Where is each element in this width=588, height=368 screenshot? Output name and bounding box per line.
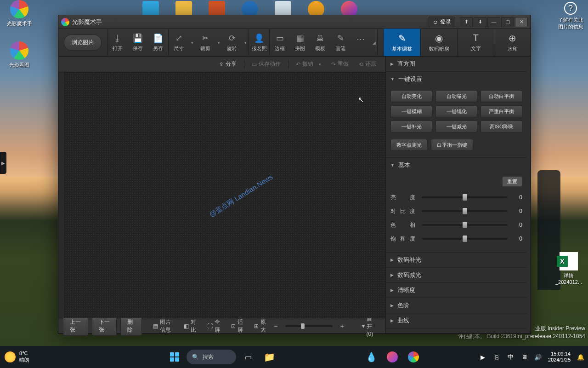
- desktop-icon-excel[interactable]: 详情_2024012...: [551, 252, 586, 285]
- firefox-button[interactable]: [383, 348, 401, 366]
- save-action-button[interactable]: ▭保存动作: [247, 58, 285, 70]
- save-as-button[interactable]: 📄另存: [148, 33, 168, 52]
- tab-text[interactable]: T文字: [457, 29, 494, 56]
- slider-thumb[interactable]: [463, 208, 467, 214]
- more-dropdown[interactable]: ◢: [371, 40, 377, 45]
- crop-dropdown[interactable]: ▾: [215, 40, 222, 45]
- chevron-down-icon[interactable]: ▾: [319, 62, 321, 67]
- explorer-button[interactable]: 📁: [260, 348, 278, 366]
- section-clarity[interactable]: ▶清晰度: [386, 283, 527, 298]
- rotate-button[interactable]: ⟳旋转: [222, 33, 242, 52]
- crop-button[interactable]: ✂裁剪: [195, 33, 215, 52]
- share-button[interactable]: ⇪分享: [215, 58, 241, 70]
- desktop-icon-neo-viewer[interactable]: 光影看图: [2, 41, 37, 69]
- resize-dropdown[interactable]: ▾: [189, 40, 195, 45]
- save-button[interactable]: 💾保存: [128, 33, 148, 52]
- browse-button[interactable]: 浏览图片: [64, 34, 102, 51]
- left-expand-handle[interactable]: ▶: [0, 152, 6, 174]
- collapse-up-button[interactable]: ⬆: [460, 17, 473, 27]
- redo-button[interactable]: ↷重做: [327, 58, 353, 70]
- section-basic[interactable]: ▼基本: [386, 158, 527, 172]
- quick-sharpen-button[interactable]: 一键锐化: [435, 105, 477, 117]
- quick-blur-button[interactable]: 一键模糊: [390, 105, 432, 117]
- fit-button[interactable]: ⊡适屏: [227, 318, 247, 334]
- slider-thumb[interactable]: [463, 222, 467, 228]
- search-input[interactable]: 🔍搜索: [187, 350, 236, 364]
- template-button[interactable]: 🖶模板: [310, 34, 330, 52]
- canvas[interactable]: @蓝点网 Landian.News ↖: [65, 72, 385, 318]
- zoom-thumb[interactable]: [301, 323, 305, 329]
- app-shortcut[interactable]: 💧: [362, 348, 380, 366]
- tab-darkroom[interactable]: ◉数码暗房: [420, 29, 457, 56]
- saturation-slider[interactable]: 饱和度 0: [390, 232, 522, 246]
- task-view-button[interactable]: ▭: [239, 348, 257, 366]
- image-info-panel[interactable]: ? 了解有关此 图片的信息: [556, 2, 585, 30]
- slider-thumb[interactable]: [463, 194, 467, 201]
- clock[interactable]: 15:09:14 2024/1/25: [548, 351, 571, 363]
- auto-beautify-button[interactable]: 自动美化: [390, 90, 432, 102]
- start-button[interactable]: [165, 348, 184, 366]
- icon-label: 详情_2024012...: [551, 272, 586, 285]
- zoom-slider[interactable]: [285, 325, 333, 327]
- volume-icon[interactable]: 🔊: [534, 353, 542, 361]
- section-digital-dim[interactable]: ▶数码减光: [386, 268, 527, 282]
- tab-basic-adjust[interactable]: ✎基本调整: [384, 29, 420, 56]
- quick-fill-button[interactable]: 一键补光: [390, 121, 432, 132]
- chevron-right-icon: ▶: [390, 258, 394, 262]
- wb-onekey-button[interactable]: 白平衡一指键: [431, 139, 473, 151]
- point-meter-button[interactable]: 数字点测光: [390, 139, 428, 151]
- expand-panel-button[interactable]: ▾展开(0): [358, 315, 381, 337]
- auto-exposure-button[interactable]: 自动曝光: [435, 90, 477, 102]
- rotate-dropdown[interactable]: ▾: [242, 40, 249, 45]
- next-button[interactable]: 下一张: [92, 316, 117, 336]
- border-button[interactable]: ▭边框: [270, 33, 290, 52]
- collage-button[interactable]: ▦拼图: [290, 33, 310, 52]
- prev-button[interactable]: 上一张: [63, 316, 88, 336]
- usb-icon[interactable]: ⎘: [493, 353, 500, 361]
- minimize-button[interactable]: —: [487, 17, 500, 27]
- tab-watermark[interactable]: ⊕水印: [494, 29, 531, 56]
- contrast-slider[interactable]: 对比度 0: [390, 204, 522, 218]
- weather-widget[interactable]: 8℃ 晴朗: [5, 351, 29, 363]
- section-digital-fill[interactable]: ▶数码补光: [386, 253, 527, 267]
- notifications-icon[interactable]: 🔔: [577, 353, 584, 361]
- section-quick[interactable]: ▼一键设置: [386, 72, 527, 86]
- ime-indicator[interactable]: 中: [507, 353, 514, 361]
- brightness-slider[interactable]: 亮度 0: [390, 190, 522, 204]
- section-levels[interactable]: ▶色阶: [386, 298, 527, 313]
- neo-app-button[interactable]: [404, 348, 423, 366]
- section-histogram[interactable]: ▶直方图: [386, 57, 527, 71]
- undo-button[interactable]: ↶撤销▾: [291, 58, 326, 70]
- resize-button[interactable]: ⤢尺寸: [169, 33, 189, 52]
- image-info-button[interactable]: ▤图片信息: [149, 318, 176, 334]
- taskview-icon: ▭: [245, 353, 252, 362]
- compare-button[interactable]: ◧对比: [180, 318, 200, 334]
- titlebar[interactable]: 光影魔术手 ☺ 登录 ⬆ ⬇ — ▢ ✕: [58, 15, 531, 29]
- quick-dim-button[interactable]: 一键减光: [435, 121, 477, 132]
- original-button[interactable]: ⊞原大: [250, 318, 270, 334]
- heavy-wb-button[interactable]: 严重白平衡: [481, 105, 522, 117]
- zoom-in-button[interactable]: +: [340, 322, 345, 330]
- close-button[interactable]: ✕: [515, 17, 528, 27]
- section-curves[interactable]: ▶曲线: [386, 313, 527, 328]
- high-iso-button[interactable]: 高ISO降噪: [481, 121, 522, 132]
- open-button[interactable]: ⭳打开: [107, 34, 128, 52]
- collapse-down-button[interactable]: ⬇: [474, 17, 486, 27]
- reset-button[interactable]: 重置: [502, 176, 522, 187]
- fullscreen-button[interactable]: ⛶全屏: [204, 318, 224, 334]
- login-button[interactable]: ☺ 登录: [429, 17, 455, 27]
- restore-button[interactable]: ⟲还原: [354, 58, 381, 70]
- tray-chevron[interactable]: ▶: [479, 353, 486, 361]
- icon-label: 光影魔术手: [2, 20, 37, 27]
- zoom-out-button[interactable]: −: [273, 322, 278, 330]
- auto-wb-button[interactable]: 自动白平衡: [481, 90, 522, 102]
- more-button[interactable]: ⋯: [351, 34, 371, 52]
- brush-button[interactable]: ✎画笔: [330, 33, 351, 52]
- network-icon[interactable]: 🖥: [520, 353, 528, 361]
- idphoto-button[interactable]: 👤报名照: [249, 33, 269, 52]
- delete-button[interactable]: 删除: [120, 316, 142, 336]
- maximize-button[interactable]: ▢: [501, 17, 514, 27]
- desktop-icon-neo[interactable]: 光影魔术手: [2, 0, 37, 27]
- hue-slider[interactable]: 色相 0: [390, 218, 522, 232]
- slider-thumb[interactable]: [463, 236, 467, 242]
